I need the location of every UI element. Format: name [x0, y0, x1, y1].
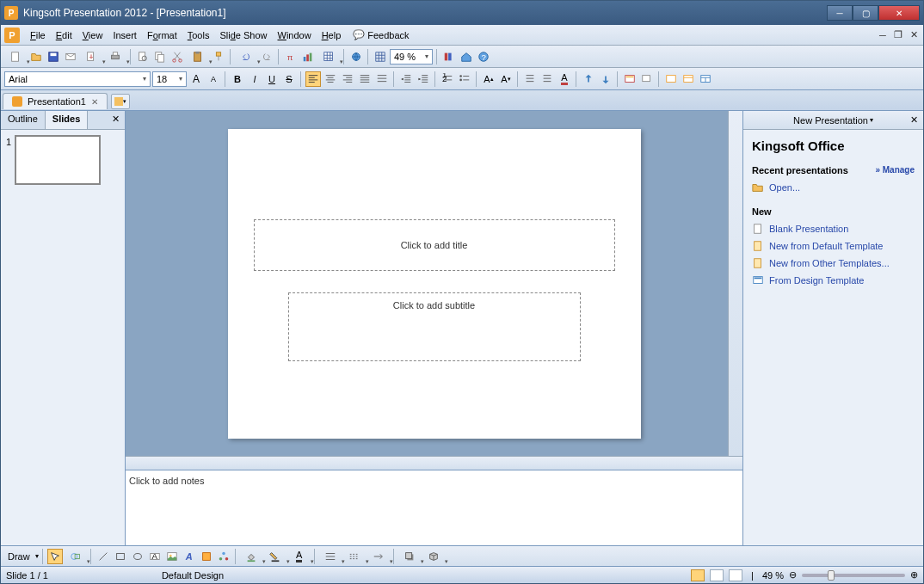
demote-button[interactable]: [598, 71, 613, 87]
layout-2-button[interactable]: [681, 71, 696, 87]
oval-button[interactable]: [130, 549, 145, 564]
subtitle-placeholder[interactable]: Click to add subtitle: [288, 292, 581, 361]
design-template-link[interactable]: From Design Template: [752, 272, 915, 289]
slide[interactable]: Click to add title Click to add subtitle: [228, 129, 641, 439]
picture-button[interactable]: [164, 549, 180, 564]
bulleted-list-button[interactable]: [457, 71, 472, 87]
numbered-list-button[interactable]: 12: [440, 71, 455, 87]
default-template-link[interactable]: New from Default Template: [752, 237, 915, 255]
line-color-button[interactable]: [264, 549, 286, 564]
mail-button[interactable]: [63, 49, 78, 65]
align-distribute-button[interactable]: [374, 71, 390, 87]
mdi-restore-button[interactable]: ❐: [892, 29, 904, 41]
zoom-out-button[interactable]: ⊖: [789, 569, 797, 581]
title-placeholder[interactable]: Click to add title: [254, 219, 615, 271]
3d-button[interactable]: [422, 549, 445, 564]
rectangle-button[interactable]: [113, 549, 128, 564]
new-slide-button[interactable]: [639, 71, 655, 87]
manage-link[interactable]: » Manage: [875, 165, 915, 175]
new-tab-button[interactable]: ▾: [111, 94, 130, 109]
decrease-indent-button[interactable]: [398, 71, 414, 87]
align-center-button[interactable]: [323, 71, 338, 87]
align-left-button[interactable]: [305, 71, 321, 87]
horizontal-scrollbar[interactable]: [126, 456, 742, 470]
normal-view-button[interactable]: [691, 569, 705, 581]
insert-equation-button[interactable]: π: [283, 49, 299, 65]
export-button[interactable]: [80, 49, 102, 65]
minimize-button[interactable]: ─: [827, 5, 853, 21]
menu-help[interactable]: Help: [317, 28, 347, 42]
grid-button[interactable]: [373, 49, 388, 65]
new-button[interactable]: [4, 49, 27, 65]
autoshapes-button[interactable]: [65, 549, 87, 564]
mdi-minimize-button[interactable]: ─: [877, 29, 889, 41]
menu-file[interactable]: File: [25, 28, 51, 42]
menu-feedback[interactable]: 💬 Feedback: [353, 29, 409, 40]
zoom-combo[interactable]: 49 %▾: [390, 49, 433, 65]
menu-slideshow[interactable]: Slide Show: [214, 28, 272, 42]
layout-3-button[interactable]: [698, 71, 713, 87]
shadow-button[interactable]: [398, 549, 421, 564]
maximize-button[interactable]: ▢: [853, 5, 878, 21]
close-button[interactable]: ✕: [878, 5, 920, 21]
wordart-button[interactable]: A: [182, 549, 197, 564]
bold-button[interactable]: B: [230, 71, 245, 87]
zoom-in-button[interactable]: ⊕: [910, 569, 918, 581]
undo-button[interactable]: [235, 49, 257, 65]
menu-view[interactable]: View: [77, 28, 108, 42]
text-color-button[interactable]: A: [288, 549, 311, 564]
superscript-button[interactable]: [522, 71, 538, 87]
layout-1-button[interactable]: [663, 71, 679, 87]
font-color-button[interactable]: A: [557, 71, 572, 87]
fill-color-button[interactable]: [240, 549, 262, 564]
increase-indent-button[interactable]: [416, 71, 431, 87]
dash-style-button[interactable]: [343, 549, 366, 564]
underline-button[interactable]: U: [264, 71, 280, 87]
align-right-button[interactable]: [340, 71, 355, 87]
font-combo[interactable]: Arial▾: [4, 71, 151, 87]
save-button[interactable]: [46, 49, 61, 65]
copy-button[interactable]: [152, 49, 168, 65]
print-preview-button[interactable]: [135, 49, 151, 65]
thumbnail-row[interactable]: 1: [6, 135, 120, 185]
menu-edit[interactable]: Edit: [51, 28, 77, 42]
subscript-button[interactable]: [539, 71, 555, 87]
increase-font-button[interactable]: A: [188, 71, 204, 87]
cut-button[interactable]: [169, 49, 185, 65]
task-pane-header[interactable]: New Presentation▾ ✕: [743, 111, 923, 130]
insert-hyperlink-button[interactable]: [348, 49, 364, 65]
paste-button[interactable]: [187, 49, 209, 65]
tab-outline[interactable]: Outline: [1, 111, 46, 129]
zoom-slider[interactable]: [802, 574, 905, 577]
menu-insert[interactable]: Insert: [108, 28, 142, 42]
insert-table-button[interactable]: [317, 49, 340, 65]
diagram-button[interactable]: [216, 549, 231, 564]
pointer-button[interactable]: [47, 549, 63, 564]
insert-chart-button[interactable]: [300, 49, 316, 65]
font-size-combo[interactable]: 18▾: [152, 71, 187, 87]
app-menu-icon[interactable]: P: [4, 28, 20, 43]
italic-button[interactable]: I: [247, 71, 262, 87]
close-tab-button[interactable]: ✕: [91, 97, 98, 107]
align-justify-button[interactable]: [357, 71, 373, 87]
research-button[interactable]: [441, 49, 457, 65]
tab-slides[interactable]: Slides: [46, 111, 88, 129]
menu-window[interactable]: Window: [273, 28, 317, 42]
blank-presentation-link[interactable]: Blank Presentation: [752, 220, 915, 237]
draw-menu[interactable]: Draw: [4, 551, 34, 562]
redo-button[interactable]: [259, 49, 274, 65]
other-templates-link[interactable]: New from Other Templates...: [752, 255, 915, 272]
shrink-font-button[interactable]: A▾: [498, 71, 514, 87]
slide-workspace[interactable]: Click to add title Click to add subtitle: [126, 111, 742, 456]
document-tab[interactable]: Presentation1 ✕: [3, 93, 108, 109]
decrease-font-button[interactable]: A: [206, 71, 221, 87]
close-pane-button[interactable]: ✕: [107, 111, 125, 129]
sorter-view-button[interactable]: [710, 569, 724, 581]
open-link[interactable]: Open...: [752, 179, 915, 196]
notes-pane[interactable]: Click to add notes: [126, 470, 742, 545]
home-button[interactable]: [459, 49, 474, 65]
strikethrough-button[interactable]: S: [281, 71, 297, 87]
clipart-button[interactable]: [199, 549, 214, 564]
open-button[interactable]: [28, 49, 44, 65]
textbox-button[interactable]: A: [147, 549, 163, 564]
